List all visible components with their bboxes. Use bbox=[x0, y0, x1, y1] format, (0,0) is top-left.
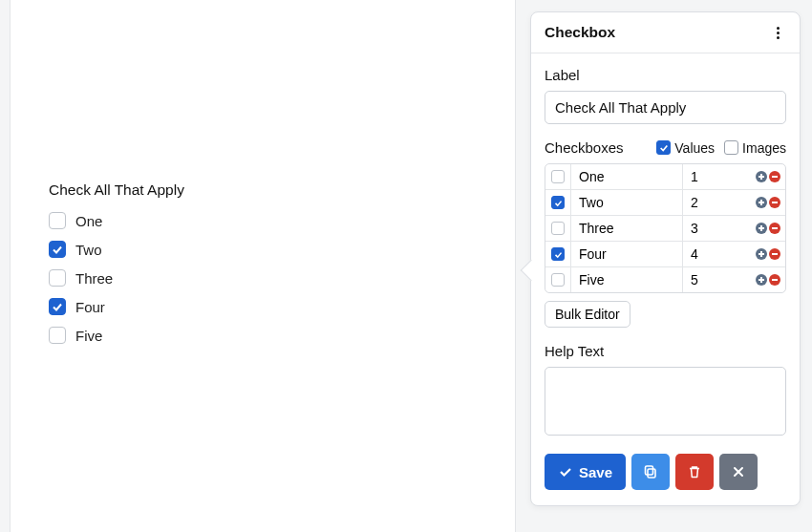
preview-checkbox[interactable] bbox=[49, 269, 66, 287]
svg-rect-1 bbox=[646, 466, 653, 475]
form-canvas: Check All That Apply OneTwoThreeFourFive bbox=[10, 0, 516, 532]
more-menu-icon[interactable] bbox=[769, 24, 786, 41]
add-option-icon[interactable] bbox=[756, 197, 767, 208]
preview-option-label: Two bbox=[75, 242, 102, 258]
add-option-icon[interactable] bbox=[756, 248, 767, 260]
option-row bbox=[545, 164, 785, 190]
trash-icon bbox=[687, 464, 702, 479]
svg-rect-0 bbox=[648, 469, 655, 478]
close-button[interactable] bbox=[719, 454, 758, 490]
duplicate-button[interactable] bbox=[631, 454, 670, 490]
save-button[interactable]: Save bbox=[545, 454, 626, 490]
checkbox-preview: Check All That Apply OneTwoThreeFourFive bbox=[49, 181, 184, 355]
preview-checkbox[interactable] bbox=[49, 327, 66, 344]
remove-option-icon[interactable] bbox=[769, 248, 780, 260]
option-default-checkbox[interactable] bbox=[551, 196, 565, 209]
remove-option-icon[interactable] bbox=[769, 223, 780, 234]
options-table bbox=[545, 163, 786, 293]
close-icon bbox=[731, 464, 746, 479]
option-row bbox=[545, 242, 785, 267]
option-label-input[interactable] bbox=[571, 242, 682, 266]
option-default-checkbox[interactable] bbox=[551, 273, 565, 287]
preview-option[interactable]: Three bbox=[49, 269, 184, 287]
remove-option-icon[interactable] bbox=[769, 197, 780, 208]
option-value-input[interactable] bbox=[683, 164, 751, 189]
option-value-input[interactable] bbox=[683, 190, 751, 215]
images-toggle-checkbox[interactable] bbox=[724, 140, 738, 155]
panel-header: Checkbox bbox=[531, 12, 800, 53]
preview-checkbox[interactable] bbox=[49, 298, 66, 315]
preview-option-label: Five bbox=[75, 328, 102, 344]
help-text-input[interactable] bbox=[545, 367, 786, 436]
bulk-editor-button[interactable]: Bulk Editor bbox=[545, 301, 630, 328]
preview-option-label: Four bbox=[75, 299, 105, 315]
option-default-checkbox[interactable] bbox=[551, 222, 565, 235]
check-icon bbox=[558, 464, 573, 479]
label-section-heading: Label bbox=[545, 67, 786, 83]
option-row bbox=[545, 190, 785, 216]
label-input[interactable] bbox=[545, 91, 786, 124]
preview-option-label: Three bbox=[75, 270, 113, 287]
option-value-input[interactable] bbox=[683, 242, 751, 266]
option-default-checkbox[interactable] bbox=[551, 247, 565, 261]
action-buttons: Save bbox=[545, 454, 786, 490]
images-toggle[interactable]: Images bbox=[724, 140, 786, 156]
preview-checkbox[interactable] bbox=[49, 241, 66, 258]
preview-checkbox[interactable] bbox=[49, 212, 66, 229]
display-toggles: Values Images bbox=[656, 140, 786, 156]
option-label-input[interactable] bbox=[571, 216, 682, 241]
option-label-input[interactable] bbox=[571, 190, 682, 215]
properties-panel: Checkbox Label Checkboxes Values Images bbox=[530, 11, 801, 506]
images-toggle-label: Images bbox=[742, 140, 786, 156]
values-toggle-checkbox[interactable] bbox=[656, 140, 671, 155]
preview-question: Check All That Apply bbox=[49, 181, 184, 199]
values-toggle-label: Values bbox=[674, 140, 715, 156]
remove-option-icon[interactable] bbox=[769, 274, 780, 286]
panel-title: Checkbox bbox=[545, 24, 615, 41]
preview-option[interactable]: Two bbox=[49, 241, 184, 258]
preview-option-label: One bbox=[75, 213, 102, 229]
option-row bbox=[545, 216, 785, 242]
delete-button[interactable] bbox=[675, 454, 714, 490]
help-text-section-heading: Help Text bbox=[545, 343, 786, 359]
option-row bbox=[545, 267, 785, 292]
values-toggle[interactable]: Values bbox=[656, 140, 715, 156]
preview-option[interactable]: One bbox=[49, 212, 184, 229]
option-value-input[interactable] bbox=[683, 216, 751, 241]
add-option-icon[interactable] bbox=[756, 274, 767, 286]
option-label-input[interactable] bbox=[571, 164, 682, 189]
option-default-checkbox[interactable] bbox=[551, 170, 565, 183]
checkboxes-section-heading: Checkboxes bbox=[545, 139, 624, 156]
add-option-icon[interactable] bbox=[756, 171, 767, 182]
save-button-label: Save bbox=[579, 464, 612, 480]
option-value-input[interactable] bbox=[683, 267, 751, 292]
remove-option-icon[interactable] bbox=[769, 171, 780, 182]
preview-option[interactable]: Four bbox=[49, 298, 184, 315]
copy-icon bbox=[643, 464, 658, 479]
option-label-input[interactable] bbox=[571, 267, 682, 292]
preview-option[interactable]: Five bbox=[49, 327, 184, 344]
add-option-icon[interactable] bbox=[756, 223, 767, 234]
